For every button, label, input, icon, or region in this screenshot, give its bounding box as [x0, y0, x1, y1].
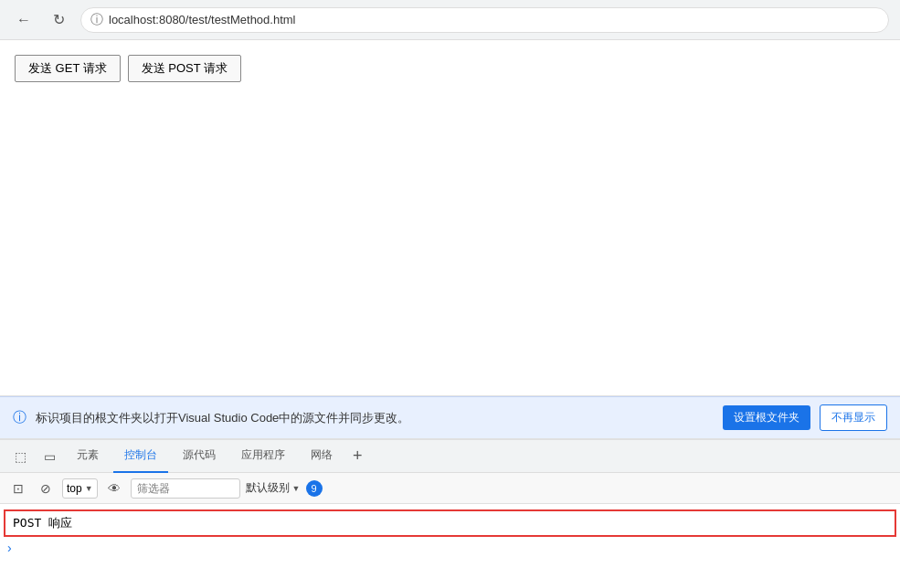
default-level-label: 默认级别: [246, 480, 290, 496]
console-toolbar: ⊡ ⊘ top ▼ 👁 默认级别 ▼ 9: [0, 473, 900, 504]
post-request-button[interactable]: 发送 POST 请求: [128, 55, 241, 82]
default-level-dropdown[interactable]: 默认级别 ▼: [246, 480, 301, 496]
post-response-text: POST 响应: [13, 515, 72, 531]
console-clear-button[interactable]: ⊡: [7, 478, 29, 499]
tab-elements[interactable]: 元素: [66, 440, 110, 473]
top-dropdown[interactable]: top ▼: [62, 478, 98, 499]
url-text: localhost:8080/test/testMethod.html: [109, 13, 296, 26]
console-chevron[interactable]: ›: [0, 541, 900, 555]
filter-input[interactable]: [131, 478, 240, 499]
console-eye-button[interactable]: 👁: [103, 478, 125, 499]
tab-sources[interactable]: 源代码: [172, 440, 227, 473]
back-button[interactable]: ←: [11, 7, 37, 33]
tab-console[interactable]: 控制台: [113, 440, 168, 473]
devtools-device-icon[interactable]: ▭: [37, 444, 62, 469]
banner-info-icon: ⓘ: [13, 409, 26, 426]
info-icon: ⓘ: [90, 12, 103, 28]
devtools-add-tab[interactable]: +: [347, 440, 368, 473]
devtools-panel: ⬚ ▭ 元素 控制台 源代码 应用程序 网络 + ⊡ ⊘ top ▼ 👁 默认级…: [0, 438, 900, 577]
browser-chrome: ← ↻ ⓘ localhost:8080/test/testMethod.htm…: [0, 0, 900, 40]
button-row: 发送 GET 请求 发送 POST 请求: [15, 55, 885, 82]
console-block-button[interactable]: ⊘: [35, 478, 57, 499]
tab-application[interactable]: 应用程序: [230, 440, 296, 473]
info-banner: ⓘ 标识项目的根文件夹以打开Visual Studio Code中的源文件并同步…: [0, 396, 900, 438]
post-response-line: POST 响应: [4, 509, 896, 537]
dropdown-arrow-icon: ▼: [85, 484, 93, 493]
get-request-button[interactable]: 发送 GET 请求: [15, 55, 121, 82]
banner-text: 标识项目的根文件夹以打开Visual Studio Code中的源文件并同步更改…: [36, 410, 714, 426]
message-count-badge: 9: [306, 480, 323, 497]
page-content: 发送 GET 请求 发送 POST 请求: [0, 40, 900, 396]
address-bar[interactable]: ⓘ localhost:8080/test/testMethod.html: [80, 7, 889, 33]
tab-network[interactable]: 网络: [300, 440, 344, 473]
console-output: POST 响应 ›: [0, 504, 900, 577]
devtools-tabs: ⬚ ▭ 元素 控制台 源代码 应用程序 网络 +: [0, 440, 900, 473]
setup-root-button[interactable]: 设置根文件夹: [723, 405, 810, 430]
top-label: top: [67, 482, 82, 495]
refresh-button[interactable]: ↻: [46, 7, 71, 33]
devtools-select-icon[interactable]: ⬚: [7, 444, 33, 469]
level-arrow-icon: ▼: [292, 484, 301, 493]
dismiss-button[interactable]: 不再显示: [820, 404, 887, 431]
